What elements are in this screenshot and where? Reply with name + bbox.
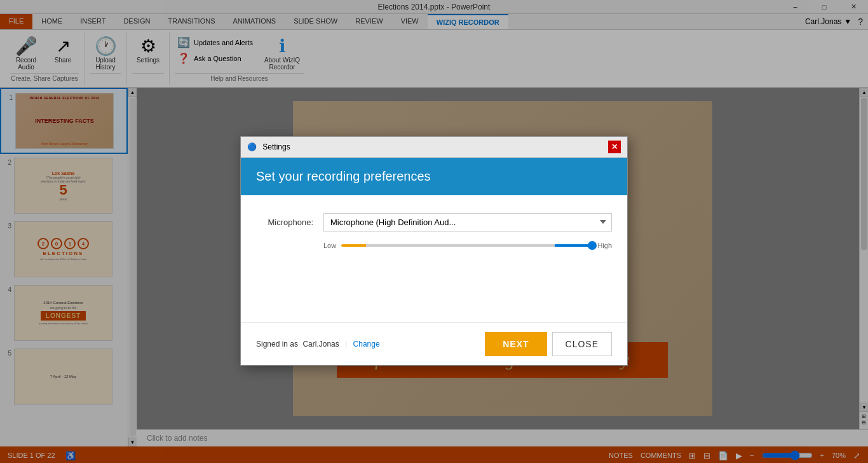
modal-title-left: 🔵 Settings bbox=[247, 142, 290, 151]
modal-title-text: Settings bbox=[262, 142, 290, 151]
modal-body: Microphone: Microphone (High Definition … bbox=[241, 195, 627, 322]
signed-in-text: Signed in as bbox=[256, 340, 298, 349]
modal-header-text: Set your recording preferences bbox=[256, 169, 431, 183]
volume-slider-thumb[interactable] bbox=[588, 241, 597, 250]
modal-header: Set your recording preferences bbox=[241, 158, 627, 195]
modal-overlay: 🔵 Settings ✕ Set your recording preferen… bbox=[0, 0, 868, 463]
signed-in-user: Carl.Jonas bbox=[302, 340, 339, 349]
modal-footer: Signed in as Carl.Jonas | Change NEXT CL… bbox=[241, 322, 627, 365]
modal-title-bar: 🔵 Settings ✕ bbox=[241, 137, 627, 158]
signed-in-info: Signed in as Carl.Jonas | Change bbox=[256, 340, 380, 349]
volume-slider[interactable] bbox=[341, 244, 592, 247]
next-button[interactable]: NEXT bbox=[485, 332, 546, 356]
microphone-label: Microphone: bbox=[256, 218, 313, 227]
volume-high-label: High bbox=[597, 242, 612, 249]
change-link[interactable]: Change bbox=[353, 340, 380, 349]
modal-footer-buttons: NEXT CLOSE bbox=[485, 332, 612, 356]
separator: | bbox=[345, 340, 347, 349]
settings-modal: 🔵 Settings ✕ Set your recording preferen… bbox=[240, 136, 628, 366]
microphone-select[interactable]: Microphone (High Definition Aud... bbox=[323, 213, 612, 232]
microphone-row: Microphone: Microphone (High Definition … bbox=[256, 213, 612, 232]
modal-title-icon: 🔵 bbox=[247, 142, 257, 151]
volume-slider-row: Low High bbox=[323, 242, 612, 249]
modal-close-x-button[interactable]: ✕ bbox=[608, 141, 621, 153]
close-button[interactable]: CLOSE bbox=[552, 332, 612, 356]
volume-low-label: Low bbox=[323, 242, 336, 249]
